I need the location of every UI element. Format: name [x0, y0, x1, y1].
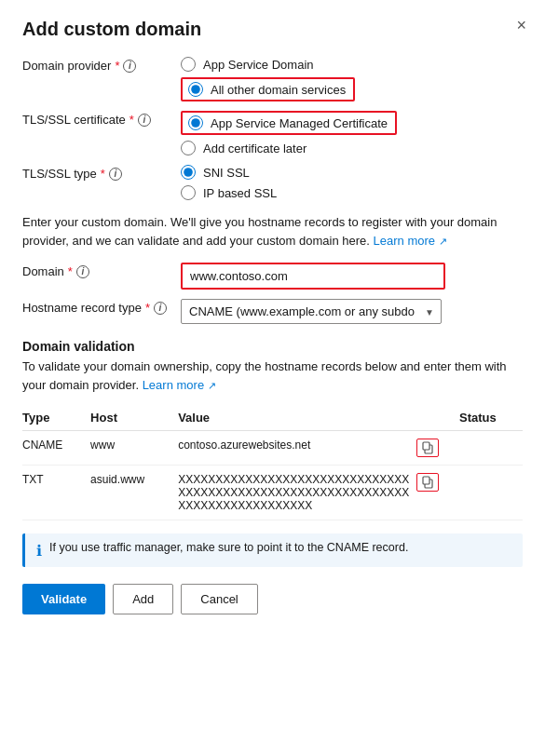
tls-cert-label: TLS/SSL certificate * i: [22, 111, 181, 127]
tls-type-options: SNI SSL IP based SSL: [181, 165, 277, 200]
svg-rect-3: [423, 477, 429, 484]
tls-type-sni-radio[interactable]: [181, 165, 196, 180]
add-button[interactable]: Add: [113, 584, 173, 614]
col-header-copy: [416, 405, 459, 431]
row1-host: www: [90, 431, 178, 466]
description-ext-link-icon: ↗: [439, 234, 447, 250]
domain-provider-options: App Service Domain All other domain serv…: [181, 57, 355, 101]
domain-provider-app-service-option[interactable]: App Service Domain: [181, 57, 355, 72]
cancel-button[interactable]: Cancel: [181, 584, 257, 614]
tls-type-sni-option[interactable]: SNI SSL: [181, 165, 277, 180]
hostname-record-info-icon[interactable]: i: [154, 302, 167, 315]
hostname-record-label: Hostname record type * i: [22, 299, 181, 315]
row2-copy-cell: [416, 466, 459, 520]
col-header-status: Status: [459, 405, 523, 431]
domain-provider-row: Domain provider * i App Service Domain A…: [22, 57, 523, 101]
col-header-value: Value: [178, 405, 416, 431]
tls-type-info-icon[interactable]: i: [109, 168, 122, 181]
domain-provider-all-other-highlighted: All other domain services: [181, 77, 355, 101]
tls-cert-add-later-option[interactable]: Add certificate later: [181, 141, 397, 155]
table-row: CNAME www contoso.azurewebsites.net: [22, 431, 523, 466]
domain-provider-info-icon[interactable]: i: [123, 60, 136, 73]
tls-type-ip-radio[interactable]: [181, 185, 196, 200]
tls-cert-managed-label: App Service Managed Certificate: [211, 116, 388, 130]
domain-validation-learn-more-link[interactable]: Learn more ↗: [143, 378, 216, 392]
info-banner: ℹ If you use traffic manager, make sure …: [22, 533, 523, 567]
add-custom-domain-dialog: Add custom domain × Domain provider * i …: [0, 0, 545, 756]
row1-copy-button[interactable]: [416, 439, 439, 457]
tls-cert-add-later-radio[interactable]: [181, 141, 196, 155]
domain-validation-title: Domain validation: [22, 339, 523, 354]
row2-type: TXT: [22, 466, 90, 520]
row2-status: [459, 466, 523, 520]
tls-cert-managed-highlighted: App Service Managed Certificate: [181, 111, 397, 135]
hostname-record-select-wrapper: CNAME (www.example.com or any subdo... A…: [181, 299, 442, 324]
tls-cert-managed-option[interactable]: App Service Managed Certificate: [188, 115, 388, 130]
domain-validation-ext-link-icon: ↗: [208, 378, 216, 394]
info-banner-text: If you use traffic manager, make sure to…: [49, 541, 408, 554]
tls-type-sni-label: SNI SSL: [203, 166, 250, 180]
tls-cert-info-icon[interactable]: i: [138, 114, 151, 127]
description-text: Enter your custom domain. We'll give you…: [22, 213, 523, 250]
row1-type: CNAME: [22, 431, 90, 466]
row1-value: contoso.azurewebsites.net: [178, 431, 416, 466]
tls-cert-add-later-label: Add certificate later: [203, 142, 307, 155]
domain-input-wrapper: [181, 263, 445, 290]
domain-validation-desc: To validate your domain ownership, copy …: [22, 358, 523, 394]
domain-provider-all-other-label: All other domain services: [211, 83, 346, 97]
row1-status: [459, 431, 523, 466]
validate-button[interactable]: Validate: [22, 584, 105, 614]
table-row: TXT asuid.www XXXXXXXXXXXXXXXXXXXXXXXXXX…: [22, 466, 523, 520]
col-header-host: Host: [90, 405, 178, 431]
tls-type-row: TLS/SSL type * i SNI SSL IP based SSL: [22, 165, 523, 200]
domain-provider-all-other-option[interactable]: All other domain services: [188, 82, 346, 97]
tls-cert-options: App Service Managed Certificate Add cert…: [181, 111, 397, 155]
domain-provider-all-other-radio[interactable]: [188, 82, 203, 97]
domain-info-icon[interactable]: i: [76, 265, 89, 278]
tls-cert-row: TLS/SSL certificate * i App Service Mana…: [22, 111, 523, 155]
description-learn-more-link[interactable]: Learn more ↗: [374, 234, 447, 248]
domain-provider-app-service-label: App Service Domain: [203, 58, 314, 72]
close-button[interactable]: ×: [516, 17, 526, 34]
domain-provider-app-service-radio[interactable]: [181, 57, 196, 72]
domain-label: Domain * i: [22, 263, 181, 278]
row2-host: asuid.www: [90, 466, 178, 520]
domain-validation-section: Domain validation To validate your domai…: [22, 339, 523, 520]
hostname-record-row: Hostname record type * i CNAME (www.exam…: [22, 299, 523, 324]
footer-buttons: Validate Add Cancel: [22, 584, 523, 614]
domain-row: Domain * i: [22, 263, 523, 290]
tls-type-ip-label: IP based SSL: [203, 186, 277, 200]
svg-rect-1: [423, 442, 429, 450]
tls-type-ip-option[interactable]: IP based SSL: [181, 185, 277, 200]
tls-type-label: TLS/SSL type * i: [22, 165, 181, 181]
col-header-type: Type: [22, 405, 90, 431]
row1-copy-cell: [416, 431, 459, 466]
info-banner-icon: ℹ: [36, 542, 42, 560]
domain-provider-label: Domain provider * i: [22, 57, 181, 73]
domain-validation-table: Type Host Value Status CNAME www contoso…: [22, 405, 523, 520]
row2-copy-button[interactable]: [416, 473, 439, 492]
domain-input[interactable]: [183, 264, 443, 288]
tls-cert-managed-radio[interactable]: [188, 115, 203, 130]
hostname-record-select[interactable]: CNAME (www.example.com or any subdo... A…: [181, 299, 442, 324]
dialog-title: Add custom domain: [22, 19, 523, 40]
row2-value: XXXXXXXXXXXXXXXXXXXXXXXXXXXXXXXXXXXXXXXX…: [178, 466, 416, 520]
